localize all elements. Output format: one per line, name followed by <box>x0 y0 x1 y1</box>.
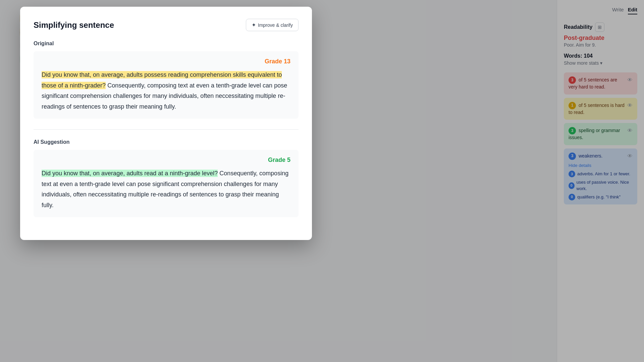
original-grade-tag: Grade 13 <box>42 58 290 65</box>
modal-title: Simplifying sentence <box>34 20 114 30</box>
modal-header: Simplifying sentence ✦ Improve & clarify <box>34 19 299 31</box>
sparkle-icon: ✦ <box>252 22 256 28</box>
ai-suggestion-text-content: Did you know that, on average, adults re… <box>42 168 290 210</box>
original-label: Original <box>34 41 299 47</box>
improve-btn-label: Improve & clarify <box>258 22 293 28</box>
simplify-modal: Simplifying sentence ✦ Improve & clarify… <box>20 7 312 240</box>
original-text-box: Grade 13 Did you know that, on average, … <box>34 51 299 119</box>
ai-suggestion-label: AI Suggestion <box>34 139 299 145</box>
ai-highlighted-text: Did you know that, on average, adults re… <box>42 170 218 177</box>
section-divider <box>34 129 299 130</box>
original-text-content: Did you know that, on average, adults po… <box>42 70 290 112</box>
ai-grade-tag: Grade 5 <box>42 157 290 164</box>
modal-overlay: Simplifying sentence ✦ Improve & clarify… <box>0 0 644 362</box>
improve-clarify-button[interactable]: ✦ Improve & clarify <box>246 19 299 31</box>
ai-suggestion-text-box: Grade 5 Did you know that, on average, a… <box>34 150 299 217</box>
